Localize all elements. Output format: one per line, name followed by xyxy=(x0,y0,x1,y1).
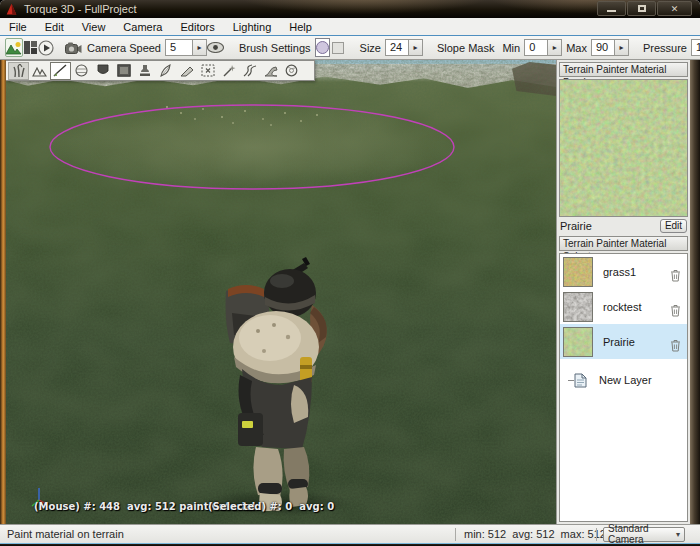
material-preview-header: Terrain Painter Material Preview xyxy=(559,62,688,77)
dropdown-arrow-icon: ▸ xyxy=(197,43,201,52)
trash-icon[interactable] xyxy=(670,339,681,352)
slope-icon xyxy=(264,65,278,77)
minimize-icon xyxy=(607,10,616,12)
tool-paint-material[interactable] xyxy=(50,62,71,80)
slope-min-value: 0 xyxy=(525,40,547,55)
play-icon xyxy=(38,40,54,56)
sphere-icon xyxy=(75,64,88,77)
terrain-tool-palette xyxy=(6,60,315,81)
material-thumbnail xyxy=(563,257,593,287)
menu-lighting[interactable]: Lighting xyxy=(224,19,281,35)
menu-view[interactable]: View xyxy=(73,19,115,35)
material-item-grass1[interactable]: grass1 xyxy=(560,254,687,289)
material-label: Prairie xyxy=(603,336,670,348)
minimize-button[interactable] xyxy=(597,1,626,16)
stamp-icon xyxy=(139,64,151,77)
grab-terrain-icon xyxy=(12,64,26,78)
blocks-icon xyxy=(24,41,37,54)
ellipse-brush-icon xyxy=(316,41,329,54)
tool-smooth-height[interactable] xyxy=(71,62,92,80)
min-label: Min xyxy=(502,42,520,54)
size-value: 24 xyxy=(386,40,408,55)
play-button[interactable] xyxy=(38,38,54,57)
box-brush-button[interactable] xyxy=(332,38,344,57)
maximize-button[interactable] xyxy=(627,1,656,16)
edit-button-label: Edit xyxy=(665,220,682,231)
scene-viewport[interactable]: (Mouse) #: 448 avg: 512 paintMaterial (S… xyxy=(6,60,556,524)
menu-help[interactable]: Help xyxy=(280,19,321,35)
visibility-button[interactable] xyxy=(207,38,224,57)
eye-icon xyxy=(207,42,224,53)
tool-raise-height[interactable] xyxy=(29,62,50,80)
feather-icon xyxy=(159,64,172,77)
slope-mask-label: Slope Mask xyxy=(437,42,494,54)
pressure-label: Pressure xyxy=(643,42,687,54)
menu-edit[interactable]: Edit xyxy=(36,19,73,35)
size-spinner[interactable]: 24 ▸ xyxy=(385,39,423,56)
tool-paint-noise[interactable] xyxy=(155,62,176,80)
mountain-sun-icon xyxy=(6,41,22,55)
max-label: Max xyxy=(566,42,587,54)
menu-editors[interactable]: Editors xyxy=(171,19,223,35)
tool-set-height[interactable] xyxy=(113,62,134,80)
tool-ramp[interactable] xyxy=(176,62,197,80)
terrain-painter-panel: Terrain Painter Material Preview Prairie… xyxy=(556,60,690,524)
material-thumbnail xyxy=(563,327,593,357)
close-button[interactable]: ✕ xyxy=(657,1,692,16)
spinner-arrow-icon: ▸ xyxy=(619,43,623,52)
close-icon: ✕ xyxy=(671,4,679,14)
terrain-editor-button[interactable] xyxy=(5,38,23,57)
pressure-spinner[interactable]: 100 ▸ xyxy=(691,39,700,56)
torus-icon xyxy=(285,64,298,77)
material-thumbnail xyxy=(563,292,593,322)
tool-road[interactable] xyxy=(239,62,260,80)
box-brush-icon xyxy=(332,42,344,54)
tool-hill[interactable] xyxy=(260,62,281,80)
maximize-icon xyxy=(638,5,646,12)
slope-max-value: 90 xyxy=(592,40,614,55)
title-bar: Torque 3D - FullProject ✕ xyxy=(0,0,700,18)
status-separator xyxy=(596,528,597,541)
slope-max-spinner[interactable]: 90 ▸ xyxy=(591,39,629,56)
material-label: rocktest xyxy=(603,301,670,313)
material-item-prairie[interactable]: Prairie xyxy=(560,324,687,359)
tool-grab-terrain[interactable] xyxy=(8,62,29,80)
main-toolbar: Camera Speed 5 ▸ Brush Settings Size 24 … xyxy=(0,36,700,60)
size-label: Size xyxy=(360,42,381,54)
material-item-rocktest[interactable]: rocktest xyxy=(560,289,687,324)
spinner-arrow-icon: ▸ xyxy=(553,43,557,52)
edit-material-button[interactable]: Edit xyxy=(660,219,687,233)
shield-icon xyxy=(97,64,109,77)
ellipse-brush-button[interactable] xyxy=(315,38,330,57)
tool-flatten-height[interactable] xyxy=(134,62,155,80)
tool-select-terrain[interactable] xyxy=(197,62,218,80)
menu-file[interactable]: File xyxy=(0,19,36,35)
soldier-character[interactable] xyxy=(218,254,336,514)
camera-speed-label: Camera Speed xyxy=(87,42,161,54)
menu-camera[interactable]: Camera xyxy=(114,19,171,35)
camera-mode-dropdown[interactable]: Standard Camera ▾ xyxy=(603,527,685,542)
tool-lower-height[interactable] xyxy=(92,62,113,80)
camera-speed-dropdown[interactable]: 5 ▸ xyxy=(165,39,207,56)
window-title: Torque 3D - FullProject xyxy=(24,3,137,15)
new-layer-button[interactable]: New Layer xyxy=(560,364,687,396)
selected-material-name: Prairie xyxy=(560,220,592,232)
new-document-icon xyxy=(574,373,587,388)
combo-arrow-icon: ▾ xyxy=(676,530,680,539)
tool-erase-terrain[interactable] xyxy=(281,62,302,80)
trash-icon[interactable] xyxy=(670,304,681,317)
material-selector-header: Terrain Painter Material Selector xyxy=(559,236,688,251)
camera-speed-value: 5 xyxy=(166,40,192,55)
material-list: grass1 rocktest xyxy=(559,253,688,522)
trash-icon[interactable] xyxy=(670,269,681,282)
new-layer-label: New Layer xyxy=(599,374,652,386)
camera-menu-button[interactable] xyxy=(65,38,82,57)
raise-height-icon xyxy=(32,65,47,77)
spinner-arrow-icon: ▸ xyxy=(413,43,417,52)
paint-brush-icon xyxy=(53,64,68,77)
slope-min-spinner[interactable]: 0 ▸ xyxy=(524,39,562,56)
object-editor-button[interactable] xyxy=(24,38,37,57)
tool-soft-select[interactable] xyxy=(218,62,239,80)
pressure-value: 100 xyxy=(692,40,700,55)
app-logo-icon xyxy=(5,3,18,16)
